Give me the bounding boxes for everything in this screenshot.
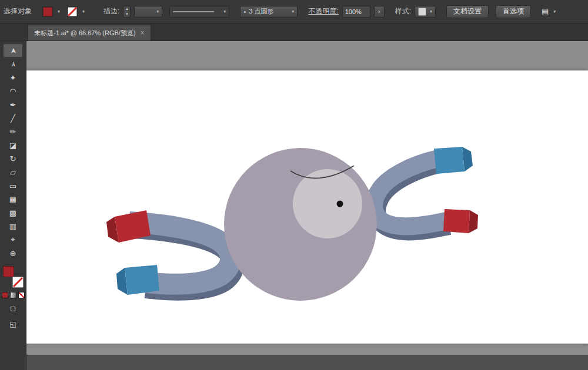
width-tool[interactable]: ▭ <box>4 179 22 192</box>
stepper-up-icon[interactable]: ▲ <box>123 6 130 12</box>
gradient-button[interactable] <box>10 292 16 298</box>
pen-tool[interactable]: ✒ <box>4 98 22 111</box>
rotate-tool-icon: ↻ <box>10 154 16 163</box>
direct-selection-tool[interactable]: ➢ <box>4 58 22 70</box>
stroke-weight-dropdown[interactable]: ▾ <box>134 6 162 18</box>
stroke-color-swatch[interactable] <box>67 6 78 17</box>
chevron-down-icon: ▾ <box>220 9 226 14</box>
stroke-weight-label[interactable]: 描边: <box>103 6 119 16</box>
chevron-down-icon: ▾ <box>427 9 432 14</box>
illustrator-window: 选择对象 ▾ ▾ 描边: ▲ ▼ ▾ ▾ • 3 点圆形 ▾ 不透明度: › 样… <box>0 0 588 370</box>
chevron-down-icon: ▾ <box>153 9 159 14</box>
graph-tool[interactable]: ▥ <box>4 220 22 233</box>
pen-tool-icon: ✒ <box>10 100 16 109</box>
right-blue-tip <box>434 147 465 174</box>
right-red-tip <box>443 209 470 233</box>
mesh-tool[interactable]: ▦ <box>4 193 22 206</box>
fill-color-swatch[interactable] <box>42 6 53 17</box>
magic-wand-tool[interactable]: ✦ <box>4 71 22 84</box>
magic-wand-tool-icon: ✦ <box>10 73 16 82</box>
color-button[interactable] <box>2 292 8 298</box>
color-mode-buttons <box>2 292 25 298</box>
opacity-more-button[interactable]: › <box>374 6 385 18</box>
direct-selection-tool-icon: ➢ <box>9 61 18 68</box>
chevron-down-icon[interactable]: ▾ <box>82 9 85 14</box>
selection-status-label: 选择对象 <box>4 6 32 16</box>
document-tab-title: 未标题-1.ai* @ 66.67% (RGB/预览) <box>34 29 136 38</box>
brush-dot-icon: • <box>243 8 246 15</box>
artboard[interactable] <box>26 70 588 344</box>
brush-definition-dropdown[interactable]: • 3 点圆形 ▾ <box>240 6 298 18</box>
width-tool-icon: ▭ <box>9 181 16 190</box>
paintbrush-tool-icon: ✏ <box>10 127 16 136</box>
zoom-tool-icon: ⊕ <box>10 249 16 258</box>
fill-stroke-widget <box>3 266 23 287</box>
screen-mode-button[interactable]: ◱ <box>4 318 22 330</box>
tool-panel: ➤➢✦◠✒╱✏◪↻▱▭▦▩▥⌖⊕ ◻ ◱ <box>0 41 26 370</box>
opacity-label[interactable]: 不透明度: <box>308 6 338 16</box>
right-red-tip-bevel <box>469 210 478 233</box>
status-bar <box>26 355 588 370</box>
stroke-weight-stepper[interactable]: ▲ ▼ <box>123 6 131 18</box>
document-setup-button[interactable]: 文档设置 <box>446 5 489 18</box>
stepper-down-icon[interactable]: ▼ <box>123 12 130 17</box>
gradient-tool-icon: ▩ <box>9 208 16 217</box>
style-swatch-dropdown[interactable]: ▾ <box>415 6 436 18</box>
left-magnet[interactable] <box>106 210 233 295</box>
eye-white <box>293 169 362 238</box>
style-swatch <box>418 8 426 16</box>
selection-tool-icon: ➤ <box>9 48 18 54</box>
body-sphere[interactable] <box>224 148 377 301</box>
document-tab-bar: 未标题-1.ai* @ 66.67% (RGB/预览) × <box>0 23 588 41</box>
uniform-profile-preview <box>173 11 214 12</box>
paintbrush-tool[interactable]: ✏ <box>4 125 22 138</box>
style-label[interactable]: 样式: <box>395 6 411 16</box>
panel-fill-swatch[interactable] <box>3 266 14 277</box>
eraser-tool-icon: ◪ <box>9 141 16 150</box>
opacity-input[interactable] <box>342 6 370 18</box>
lasso-tool[interactable]: ◠ <box>4 85 22 97</box>
chevron-down-icon[interactable]: ▾ <box>553 9 556 14</box>
graph-tool-icon: ▥ <box>9 222 16 231</box>
tool-list: ➤➢✦◠✒╱✏◪↻▱▭▦▩▥⌖⊕ <box>4 44 22 260</box>
pupil <box>337 201 343 207</box>
scale-tool-icon: ▱ <box>10 168 16 177</box>
document-tab[interactable]: 未标题-1.ai* @ 66.67% (RGB/预览) × <box>28 25 151 41</box>
canvas[interactable] <box>26 41 588 370</box>
variable-width-profile-dropdown[interactable]: ▾ <box>169 6 229 18</box>
mesh-tool-icon: ▦ <box>9 195 16 204</box>
workspace-icon[interactable]: ▤ <box>542 7 549 16</box>
line-segment-tool[interactable]: ╱ <box>4 112 22 125</box>
chevron-down-icon[interactable]: ▾ <box>58 9 60 14</box>
scale-tool[interactable]: ▱ <box>4 166 22 179</box>
drawing-mode-button[interactable]: ◻ <box>4 302 22 314</box>
chevron-down-icon: ▾ <box>289 9 294 14</box>
none-button[interactable] <box>18 292 25 298</box>
right-magnet[interactable] <box>374 147 478 233</box>
magnemite-artwork <box>26 70 588 344</box>
line-segment-tool-icon: ╱ <box>11 114 15 123</box>
gradient-tool[interactable]: ▩ <box>4 206 22 219</box>
eyedropper-tool[interactable]: ⌖ <box>4 233 22 246</box>
main-area: ➤➢✦◠✒╱✏◪↻▱▭▦▩▥⌖⊕ ◻ ◱ <box>0 41 588 370</box>
panel-stroke-swatch[interactable] <box>12 277 23 287</box>
preferences-button[interactable]: 首选项 <box>496 5 531 18</box>
rotate-tool[interactable]: ↻ <box>4 152 22 165</box>
eyedropper-tool-icon: ⌖ <box>11 235 15 244</box>
control-bar: 选择对象 ▾ ▾ 描边: ▲ ▼ ▾ ▾ • 3 点圆形 ▾ 不透明度: › 样… <box>0 0 588 23</box>
zoom-tool[interactable]: ⊕ <box>4 247 22 260</box>
close-icon[interactable]: × <box>141 29 145 37</box>
left-blue-tip <box>125 265 159 295</box>
eraser-tool[interactable]: ◪ <box>4 139 22 152</box>
brush-definition-value: 3 点圆形 <box>249 7 273 16</box>
lasso-tool-icon: ◠ <box>9 87 16 96</box>
selection-tool[interactable]: ➤ <box>4 44 22 57</box>
